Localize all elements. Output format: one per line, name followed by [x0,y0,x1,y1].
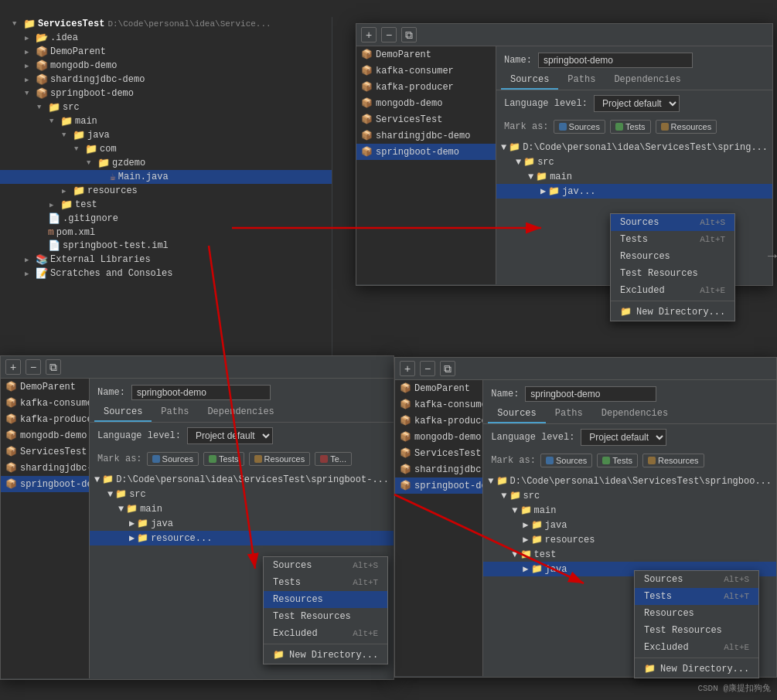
dialog2-remove-btn[interactable]: − [26,359,41,375]
dialog2-tab-deps[interactable]: Dependencies [198,403,283,422]
cm3-test-resources[interactable]: Test Resources [635,622,758,639]
tree-iml[interactable]: ▶ 📄 springboot-test.iml [0,239,332,253]
dialog1-list-kafka-consumer[interactable]: 📦kafka-consumer [356,63,496,79]
dialog1-path-root[interactable]: ▼ 📁 D:\Code\personal\idea\ServicesTest\s… [496,140,772,155]
cm3-excluded[interactable]: Excluded Alt+E [635,639,758,656]
dialog3-mark-tests[interactable]: Tests [597,454,638,467]
dialog2-tab-paths[interactable]: Paths [152,403,198,422]
dialog1-list-services[interactable]: 📦ServicesTest [356,111,496,127]
tree-resources[interactable]: ▶ 📁 resources [0,184,332,198]
cm2-test-resources[interactable]: Test Resources [264,608,387,625]
tree-springboot[interactable]: ▼ 📦 springboot-demo [0,87,332,100]
dialog2-list-services[interactable]: 📦ServicesTest [1,443,89,460]
dialog2-list-kafka-consumer[interactable]: 📦kafka-consumer [1,395,89,411]
dialog2-mark-tests[interactable]: Tests [203,452,244,466]
dialog1-add-btn[interactable]: + [361,27,377,42]
dialog3-mark-sources[interactable]: Sources [540,454,592,467]
dialog3-path-main[interactable]: ▼ 📁 main [483,503,776,518]
dialog1-tab-sources[interactable]: Sources [501,71,558,90]
dialog3-tab-paths[interactable]: Paths [546,405,592,423]
dialog3-tab-deps[interactable]: Dependencies [592,405,677,423]
dialog2-list-demoparent[interactable]: 📦DemoParent [1,379,89,395]
dialog2-mark-resources[interactable]: Resources [249,452,311,466]
dialog1-tab-deps[interactable]: Dependencies [605,71,690,90]
dialog1-copy-btn[interactable]: ⧉ [401,27,417,42]
cm3-sources[interactable]: Sources Alt+S [635,571,758,588]
cm1-excluded[interactable]: Excluded Alt+E [611,282,734,299]
dialog3-path-src[interactable]: ▼ 📁 src [483,488,776,503]
dialog3-name-input[interactable] [525,386,656,402]
dialog1-path-main[interactable]: ▼ 📁 main [496,169,772,184]
dialog3-list-kafka-consumer[interactable]: 📦kafka-consumer [395,396,482,413]
dialog3-list-demoparent[interactable]: 📦DemoParent [395,380,482,396]
dialog3-list-kafka-producer[interactable]: 📦kafka-producer [395,413,482,429]
dialog3-path-resources[interactable]: ▶ 📁 resources [483,532,776,547]
tree-mongodb[interactable]: ▶ 📦 mongodb-demo [0,59,332,73]
tree-main[interactable]: ▼ 📁 main [0,114,332,128]
dialog1-list-springboot[interactable]: 📦springboot-demo [356,144,496,160]
dialog3-mark-resources[interactable]: Resources [642,454,704,467]
dialog2-list-sharding[interactable]: 📦shardingjdbc-demo [1,460,89,476]
tree-com[interactable]: ▼ 📁 com [0,142,332,156]
dialog2-lang-select[interactable]: Project default [187,427,273,444]
tree-sharding[interactable]: ▶ 📦 shardingjdbc-demo [0,73,332,87]
tree-scratches[interactable]: ▶ 📝 Scratches and Consoles [0,267,332,280]
dialog3-path-java-main[interactable]: ▶ 📁 java [483,518,776,532]
dialog2-copy-btn[interactable]: ⧉ [46,359,61,375]
dialog1-name-input[interactable] [538,53,693,68]
dialog1-mark-resources[interactable]: Resources [656,120,717,134]
dialog2-path-java[interactable]: ▶ 📁 java [90,516,394,531]
cm1-tests[interactable]: Tests Alt+T [611,231,734,248]
dialog3-path-test[interactable]: ▼ 📁 test [483,547,776,562]
tree-src[interactable]: ▼ 📁 src [0,100,332,114]
dialog2-list-mongodb[interactable]: 📦mongodb-demo [1,427,89,443]
cm2-tests[interactable]: Tests Alt+T [264,574,387,591]
dialog1-list-sharding[interactable]: 📦shardingjdbc-demo [356,127,496,144]
tree-mainjava[interactable]: ▶ ☕ Main.java [0,170,332,184]
dialog2-mark-sources[interactable]: Sources [147,452,199,466]
dialog2-name-input[interactable] [131,385,271,400]
dialog3-list-services[interactable]: 📦ServicesTest [395,445,482,461]
cm1-new-dir[interactable]: 📁 New Directory... [611,303,734,321]
dialog3-list-sharding[interactable]: 📦shardingjdbc-demo [395,461,482,477]
dialog3-list-springboot[interactable]: 📦springboot-demo [395,477,482,494]
dialog1-mark-sources[interactable]: Sources [554,120,605,134]
dialog2-mark-testres[interactable]: Te... [315,452,352,466]
cm2-resources[interactable]: Resources [264,591,387,608]
tree-gzdemo[interactable]: ▼ 📁 gzdemo [0,156,332,170]
dialog3-copy-btn[interactable]: ⧉ [440,361,455,376]
dialog2-add-btn[interactable]: + [5,359,21,375]
tree-pom[interactable]: ▶ m pom.xml [0,226,332,239]
tree-demoparent[interactable]: ▶ 📦 DemoParent [0,45,332,59]
dialog1-lang-select[interactable]: Project default [594,95,680,112]
tree-gitignore[interactable]: ▶ 📄 .gitignore [0,212,332,226]
dialog3-lang-select[interactable]: Project default [581,429,666,446]
dialog2-path-root[interactable]: ▼ 📁 D:\Code\personal\idea\ServicesTest\s… [90,472,394,487]
dialog1-tab-paths[interactable]: Paths [558,71,605,90]
cm3-resources[interactable]: Resources [635,605,758,622]
dialog3-list-mongodb[interactable]: 📦mongodb-demo [395,429,482,445]
dialog2-tab-sources[interactable]: Sources [94,403,152,422]
tree-root[interactable]: ▼ 📁 ServicesTest D:\Code\personal\idea\S… [0,17,332,31]
dialog1-remove-btn[interactable]: − [381,27,397,42]
cm3-tests[interactable]: Tests Alt+T [635,588,758,605]
tree-java[interactable]: ▼ 📁 java [0,128,332,142]
tree-idea[interactable]: ▶ 📂 .idea [0,31,332,45]
cm2-excluded[interactable]: Excluded Alt+E [264,625,387,642]
cm2-sources[interactable]: Sources Alt+S [264,557,387,574]
tree-extlibs[interactable]: ▶ 📚 External Libraries [0,253,332,267]
dialog3-tab-sources[interactable]: Sources [488,405,545,423]
cm1-sources[interactable]: Sources Alt+S [611,214,734,231]
dialog2-list-kafka-producer[interactable]: 📦kafka-producer [1,411,89,427]
dialog2-path-main[interactable]: ▼ 📁 main [90,501,394,516]
dialog1-list-mongodb[interactable]: 📦mongodb-demo [356,95,496,111]
cm3-new-dir[interactable]: 📁 New Directory... [635,660,758,678]
cm1-resources[interactable]: Resources [611,248,734,265]
dialog1-list-demoparent[interactable]: 📦DemoParent [356,46,496,63]
cm2-new-dir[interactable]: 📁 New Directory... [264,646,387,664]
dialog1-path-src[interactable]: ▼ 📁 src [496,155,772,169]
dialog1-mark-tests[interactable]: Tests [610,120,651,134]
dialog2-path-src[interactable]: ▼ 📁 src [90,487,394,501]
dialog3-add-btn[interactable]: + [400,361,415,376]
dialog3-remove-btn[interactable]: − [420,361,435,376]
